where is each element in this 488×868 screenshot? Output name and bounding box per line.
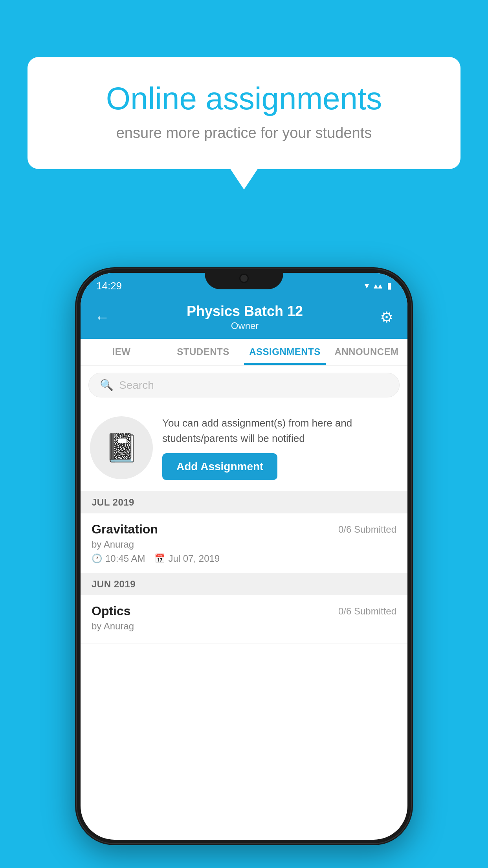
phone-mockup: 14:29 ▾ ▴▴ ▮ ← Physics Batch 12 Owner ⚙: [75, 267, 413, 845]
search-placeholder: Search: [119, 379, 154, 392]
clock-icon: 🕐: [92, 554, 102, 564]
month-header-jul: JUL 2019: [81, 491, 407, 513]
phone-body: 14:29 ▾ ▴▴ ▮ ← Physics Batch 12 Owner ⚙: [75, 267, 413, 845]
calendar-icon: 📅: [154, 554, 165, 564]
tab-iew[interactable]: IEW: [81, 339, 162, 365]
tab-bar: IEW STUDENTS ASSIGNMENTS ANNOUNCEM: [81, 339, 407, 366]
signal-icon: ▴▴: [374, 281, 382, 291]
assignment-item-optics[interactable]: Optics 0/6 Submitted by Anurag: [81, 595, 407, 644]
batch-title: Physics Batch 12: [187, 303, 303, 320]
month-header-jun: JUN 2019: [81, 573, 407, 595]
app-header: ← Physics Batch 12 Owner ⚙: [81, 296, 407, 339]
back-button[interactable]: ←: [95, 309, 110, 326]
promo-content: You can add assignment(s) from here and …: [162, 416, 398, 480]
search-bar[interactable]: 🔍 Search: [88, 373, 400, 397]
owner-label: Owner: [187, 320, 303, 331]
assignment-top: Gravitation 0/6 Submitted: [92, 522, 396, 537]
assignment-item-gravitation[interactable]: Gravitation 0/6 Submitted by Anurag 🕐 10…: [81, 513, 407, 573]
tab-announcements[interactable]: ANNOUNCEM: [326, 339, 407, 365]
screen: 14:29 ▾ ▴▴ ▮ ← Physics Batch 12 Owner ⚙: [81, 273, 407, 840]
assignment-by-optics: by Anurag: [92, 621, 396, 632]
settings-button[interactable]: ⚙: [380, 309, 393, 326]
time-meta: 🕐 10:45 AM: [92, 553, 145, 564]
date-meta: 📅 Jul 07, 2019: [154, 553, 220, 564]
assignment-time: 10:45 AM: [105, 553, 145, 564]
bubble-title: Online assignments: [59, 81, 429, 117]
bubble-subtitle: ensure more practice for your students: [59, 125, 429, 142]
tab-assignments[interactable]: ASSIGNMENTS: [244, 339, 326, 365]
battery-icon: ▮: [387, 281, 392, 291]
status-time: 14:29: [96, 280, 122, 292]
header-center: Physics Batch 12 Owner: [187, 303, 303, 331]
search-container: 🔍 Search: [81, 366, 407, 405]
assignment-top-optics: Optics 0/6 Submitted: [92, 604, 396, 618]
assignment-meta: 🕐 10:45 AM 📅 Jul 07, 2019: [92, 553, 396, 564]
promo-icon-circle: 📓: [90, 416, 153, 479]
status-icons: ▾ ▴▴ ▮: [365, 281, 392, 291]
add-assignment-button[interactable]: Add Assignment: [162, 453, 277, 480]
assignment-by: by Anurag: [92, 539, 396, 550]
notebook-icon: 📓: [105, 432, 139, 464]
submitted-badge: 0/6 Submitted: [338, 524, 396, 535]
camera: [239, 274, 249, 283]
promo-text: You can add assignment(s) from here and …: [162, 416, 398, 446]
notch: [205, 267, 283, 289]
submitted-badge-optics: 0/6 Submitted: [338, 606, 396, 617]
assignment-date: Jul 07, 2019: [168, 553, 220, 564]
assignment-name: Gravitation: [92, 522, 158, 537]
search-icon: 🔍: [100, 379, 114, 392]
wifi-icon: ▾: [365, 281, 369, 291]
tab-students[interactable]: STUDENTS: [162, 339, 244, 365]
speech-bubble: Online assignments ensure more practice …: [28, 57, 460, 169]
promo-section: 📓 You can add assignment(s) from here an…: [81, 405, 407, 491]
assignment-name-optics: Optics: [92, 604, 131, 618]
